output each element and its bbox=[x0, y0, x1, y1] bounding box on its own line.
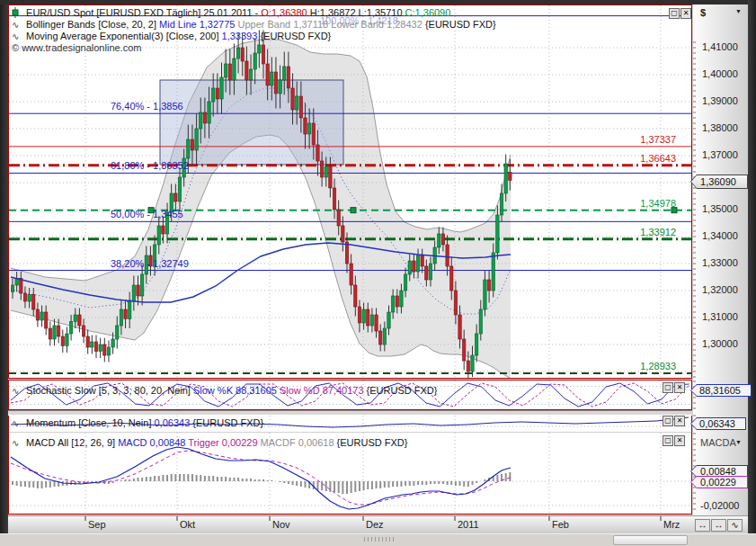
macd-dropdown-icon[interactable]: ▼ bbox=[735, 439, 742, 445]
y-axis-label: 1,40000 bbox=[702, 68, 738, 79]
y-axis-label: 1,31000 bbox=[702, 311, 738, 322]
bollinger-name: Bollinger Bands [Close, 20, 2] bbox=[26, 19, 156, 30]
stochastic-d: Slow %D 87,40173 bbox=[280, 385, 364, 396]
axis-unit-label: $ bbox=[700, 7, 706, 18]
y-axis-label: 1,37000 bbox=[702, 149, 738, 160]
chart-window: 100,00% - 1,4218 EUR/USD Spot [EURUSD FX… bbox=[0, 0, 756, 546]
instrument-title: EUR/USD Spot [EURUSD FXD Täglich] 25.01.… bbox=[26, 7, 258, 18]
bollinger-bands: Upper Band 1,37118 Lower Band 1,28432 bbox=[238, 19, 422, 30]
ma-name: Moving Average Exponential(3) [Close, 20… bbox=[26, 31, 218, 41]
macd-value: MACD 0,00848 bbox=[118, 437, 185, 448]
zoom-extents-button[interactable]: ↔ bbox=[695, 519, 710, 532]
high-value: H:1,36872 bbox=[310, 7, 356, 18]
momentum-name: Momentum [Close, 10, Nein] bbox=[26, 417, 151, 428]
open-value: O:1,36380 bbox=[261, 7, 307, 18]
axis-dropdown-icon[interactable]: ▼ bbox=[735, 8, 742, 14]
indicator-icon: ∿ bbox=[12, 438, 23, 448]
momentum-restore-button[interactable]: ▢ bbox=[663, 416, 673, 426]
legend-line-bollinger: ∿ Bollinger Bands [Close, 20, 2] Mid Lin… bbox=[12, 19, 496, 30]
low-value: L:1,35710 bbox=[359, 7, 403, 18]
stochastic-k: Slow %K 88,31605 bbox=[193, 385, 277, 396]
zoom-horizontal-button[interactable]: ↔ bbox=[711, 519, 726, 532]
scrollbar-grip[interactable] bbox=[364, 537, 396, 542]
stochastic-value-tag: 88,31605 bbox=[690, 384, 752, 397]
y-axis-label: 1,33000 bbox=[702, 257, 738, 268]
close-value: C:1,36090 bbox=[405, 7, 451, 18]
macd-axis-label: MACDA bbox=[700, 437, 736, 448]
x-axis-label: Nov bbox=[272, 519, 290, 530]
x-axis-label: Feb bbox=[552, 519, 569, 530]
indicator-icon: ∿ bbox=[12, 20, 23, 30]
macd-macdf: MACDF 0,00618 bbox=[261, 437, 334, 448]
momentum-value-tag: 0,06343 bbox=[690, 417, 746, 430]
momentum-header: ∿ Momentum [Close, 10, Nein] 0,06343 {EU… bbox=[12, 417, 263, 428]
macd-symbol: {EURUSD FXD} bbox=[337, 437, 408, 448]
scale-mode-button[interactable]: ∿ bbox=[727, 519, 743, 532]
last-price-tag: 1,36090 bbox=[690, 175, 748, 189]
x-axis-label: Sep bbox=[88, 519, 106, 530]
y-axis-label: 1,30000 bbox=[702, 338, 738, 349]
macd-close-button[interactable]: ✕ bbox=[674, 435, 685, 446]
legend-line-instrument: EUR/USD Spot [EURUSD FXD Täglich] 25.01.… bbox=[12, 7, 450, 18]
main-close-button[interactable]: ✕ bbox=[680, 8, 691, 19]
momentum-macd-panel[interactable] bbox=[8, 416, 692, 515]
x-axis-label: Dez bbox=[366, 519, 384, 530]
indicator-icon: ∿ bbox=[12, 418, 23, 428]
window-right-scroll-edge[interactable] bbox=[748, 0, 756, 533]
window-left-edge bbox=[0, 4, 8, 533]
stochastic-restore-button[interactable]: ▢ bbox=[663, 382, 673, 393]
y-axis-label: 1,38000 bbox=[702, 122, 738, 133]
momentum-symbol: {EURUSD FXD} bbox=[192, 417, 263, 428]
y-axis-label: 1,41000 bbox=[702, 41, 738, 52]
indicator-icon: ∿ bbox=[12, 386, 23, 396]
macd-restore-button[interactable]: ▢ bbox=[663, 435, 673, 446]
momentum-close-button[interactable]: ✕ bbox=[674, 416, 685, 426]
price-level-label: 1,36643 bbox=[625, 153, 676, 164]
ma-value: 1,33393 bbox=[222, 31, 258, 41]
momentum-value: 0,06343 bbox=[155, 417, 191, 428]
x-axis-label: Okt bbox=[180, 519, 195, 530]
price-level-label: 1,28933 bbox=[625, 361, 676, 371]
bollinger-mid: Mid Line 1,32775 bbox=[159, 19, 235, 30]
main-chart-panel[interactable] bbox=[8, 4, 692, 379]
y-axis-label: 1,35000 bbox=[702, 203, 738, 214]
price-level-label: 1,34978 bbox=[625, 198, 676, 209]
macd-trigger: Trigger 0,00229 bbox=[188, 437, 257, 448]
y-axis-label: 1,39000 bbox=[702, 95, 738, 106]
macd-trigger-tag: 0,00229 bbox=[690, 476, 748, 488]
stochastic-name: Stochastic Slow [5, 3, 3, 80, 20, Nein] bbox=[26, 385, 191, 396]
fib-level-label: 38,20% - 1,32749 bbox=[111, 258, 189, 269]
stochastic-close-button[interactable]: ✕ bbox=[674, 382, 685, 393]
momentum-macd-divider bbox=[9, 432, 691, 433]
x-axis-label: 2011 bbox=[458, 519, 479, 530]
macd-min-axis-label: -0,02000 bbox=[700, 500, 739, 511]
price-level-label: 1,33912 bbox=[625, 227, 676, 237]
macd-name: MACD All [12, 26, 9] bbox=[26, 437, 115, 448]
y-axis-label: 1,32000 bbox=[702, 284, 738, 295]
fib-level-label: 61,80% - 1,36352 bbox=[111, 160, 189, 171]
y-axis-label: 1,34000 bbox=[702, 230, 738, 241]
stochastic-symbol: {EURUSD FXD} bbox=[367, 385, 438, 396]
watermark: © www.tradesignalonline.com bbox=[12, 42, 141, 53]
price-level-label: 1,37337 bbox=[625, 134, 676, 145]
fib-level-label: 50,00% - 1,3455 bbox=[111, 209, 183, 219]
macd-header: ∿ MACD All [12, 26, 9] MACD 0,00848 Trig… bbox=[12, 437, 407, 448]
fib-level-label: 76,40% - 1,3856 bbox=[111, 101, 183, 112]
ma-symbol: {EURUSD FXD} bbox=[260, 31, 331, 41]
x-axis-label: Mrz bbox=[663, 519, 680, 530]
bollinger-symbol: {EURUSD FXD} bbox=[425, 19, 496, 30]
stochastic-header: ∿ Stochastic Slow [5, 3, 3, 80, 20, Nein… bbox=[12, 385, 437, 396]
legend-line-ma: ∿ Moving Average Exponential(3) [Close, … bbox=[12, 31, 331, 41]
indicator-icon: ∿ bbox=[12, 31, 23, 41]
main-restore-button[interactable]: ▢ bbox=[669, 8, 680, 19]
scrollbar-thumb[interactable] bbox=[613, 535, 688, 545]
